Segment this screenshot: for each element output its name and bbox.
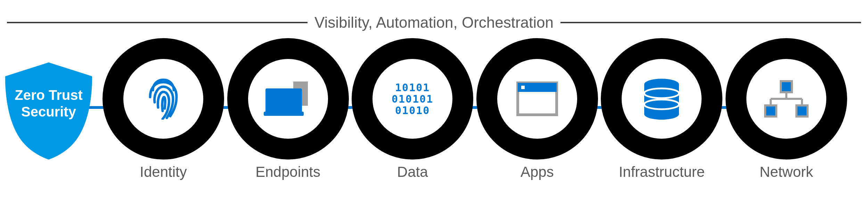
svg-rect-15 — [796, 105, 808, 117]
svg-rect-2 — [264, 112, 304, 116]
pillar-data: 10101 010101 01010 Data — [352, 38, 473, 180]
pillar-apps: Apps — [476, 38, 598, 180]
binary-line-2: 010101 — [392, 93, 433, 105]
pillar-infrastructure: Infrastructure — [601, 38, 722, 180]
pillar-network: Network — [726, 38, 847, 180]
shield-label-line2: Security — [3, 103, 94, 120]
divider-left — [7, 22, 308, 23]
divider-right — [560, 22, 861, 23]
svg-rect-13 — [781, 81, 792, 92]
header-title: Visibility, Automation, Orchestration — [314, 14, 554, 31]
database-icon — [637, 75, 686, 123]
pillars-row: Identity Endpoints 10101 010101 01010 — [103, 38, 847, 180]
network-icon — [762, 75, 811, 123]
svg-rect-14 — [765, 105, 776, 117]
ring-infrastructure — [601, 38, 722, 160]
window-icon — [513, 75, 562, 123]
pillar-identity: Identity — [103, 38, 224, 180]
pillar-label-data: Data — [397, 164, 428, 180]
pillar-label-network: Network — [760, 164, 813, 180]
pillar-label-infrastructure: Infrastructure — [619, 164, 705, 180]
pillar-label-identity: Identity — [140, 164, 187, 180]
pillar-label-apps: Apps — [521, 164, 554, 180]
fingerprint-icon — [139, 75, 188, 123]
binary-icon: 10101 010101 01010 — [388, 75, 437, 123]
zero-trust-shield: Zero Trust Security — [3, 62, 94, 160]
header-divider: Visibility, Automation, Orchestration — [7, 14, 861, 31]
binary-line-1: 10101 — [392, 82, 433, 93]
ring-network — [726, 38, 847, 160]
pillar-endpoints: Endpoints — [227, 38, 349, 180]
svg-rect-5 — [521, 86, 525, 89]
shield-label-line1: Zero Trust — [3, 87, 94, 103]
svg-rect-1 — [265, 88, 302, 113]
ring-apps — [476, 38, 598, 160]
binary-line-3: 01010 — [392, 105, 433, 116]
devices-icon — [264, 75, 312, 123]
ring-endpoints — [227, 38, 349, 160]
shield-label: Zero Trust Security — [3, 87, 94, 120]
ring-data: 10101 010101 01010 — [352, 38, 473, 160]
pillar-label-endpoints: Endpoints — [255, 164, 320, 180]
ring-identity — [103, 38, 224, 160]
